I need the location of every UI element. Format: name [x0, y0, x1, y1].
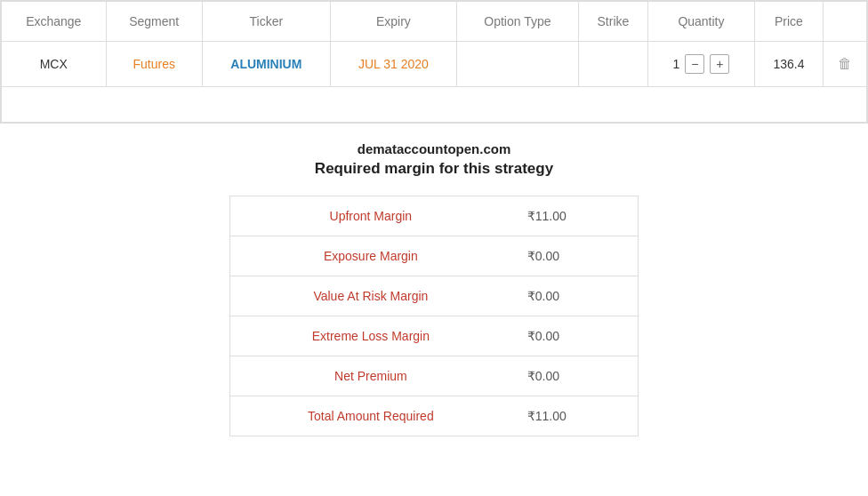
margin-label: Value At Risk Margin: [230, 276, 511, 316]
margin-row: Value At Risk Margin₹0.00: [230, 276, 638, 316]
col-expiry: Expiry: [330, 2, 456, 42]
margin-table: Upfront Margin₹11.00Exposure Margin₹0.00…: [229, 196, 639, 436]
margin-value: ₹11.00: [511, 396, 638, 436]
site-name: demataccountopen.com: [0, 141, 868, 156]
cell-option-type: [456, 42, 578, 87]
cell-ticker: ALUMINIUM: [202, 42, 330, 87]
cell-delete[interactable]: 🗑: [824, 42, 867, 87]
col-actions: [824, 2, 867, 42]
col-quantity: Quantity: [648, 2, 755, 42]
quantity-value: 1: [673, 57, 680, 71]
cell-strike: [578, 42, 647, 87]
margin-row: Extreme Loss Margin₹0.00: [230, 316, 638, 356]
cell-segment: Futures: [106, 42, 202, 87]
margin-value: ₹11.00: [511, 196, 638, 236]
cell-quantity: 1 − +: [648, 42, 755, 87]
margin-row: Upfront Margin₹11.00: [230, 196, 638, 236]
col-option-type: Option Type: [456, 2, 578, 42]
quantity-decrease-button[interactable]: −: [685, 54, 704, 74]
margin-label: Upfront Margin: [230, 196, 511, 236]
margin-row: Total Amount Required₹11.00: [230, 396, 638, 436]
col-exchange: Exchange: [2, 2, 107, 42]
margin-section: demataccountopen.com Required margin for…: [0, 124, 868, 445]
col-segment: Segment: [106, 2, 202, 42]
margin-label: Total Amount Required: [230, 396, 511, 436]
table-row: MCX Futures ALUMINIUM JUL 31 2020 1 − + …: [2, 42, 867, 87]
margin-row: Net Premium₹0.00: [230, 356, 638, 396]
cell-price: 136.4: [754, 42, 823, 87]
cell-expiry: JUL 31 2020: [330, 42, 456, 87]
quantity-increase-button[interactable]: +: [710, 54, 729, 74]
empty-row: [2, 87, 867, 123]
section-title: Required margin for this strategy: [0, 160, 868, 178]
delete-icon[interactable]: 🗑: [838, 56, 852, 71]
margin-label: Extreme Loss Margin: [230, 316, 511, 356]
col-price: Price: [754, 2, 823, 42]
margin-value: ₹0.00: [511, 316, 638, 356]
trades-table: Exchange Segment Ticker Expiry Option Ty…: [0, 0, 868, 124]
margin-value: ₹0.00: [511, 276, 638, 316]
margin-label: Exposure Margin: [230, 236, 511, 276]
margin-row: Exposure Margin₹0.00: [230, 236, 638, 276]
col-strike: Strike: [578, 2, 647, 42]
margin-label: Net Premium: [230, 356, 511, 396]
cell-exchange: MCX: [2, 42, 107, 87]
col-ticker: Ticker: [202, 2, 330, 42]
margin-value: ₹0.00: [511, 356, 638, 396]
margin-value: ₹0.00: [511, 236, 638, 276]
